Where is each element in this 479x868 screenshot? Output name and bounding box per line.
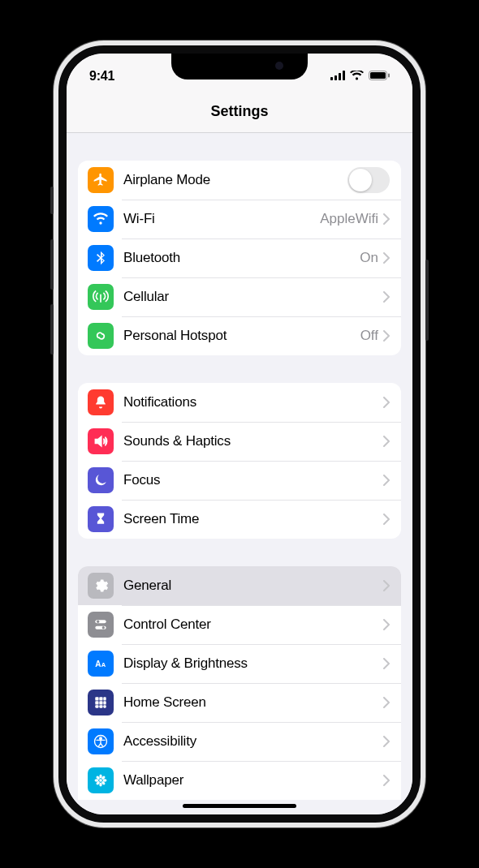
svg-rect-20 bbox=[99, 705, 102, 707]
home-screen-row[interactable]: Home Screen bbox=[78, 683, 401, 722]
row-label: Wi-Fi bbox=[123, 211, 320, 227]
row-label: Bluetooth bbox=[123, 250, 360, 266]
cellular-signal-icon bbox=[330, 69, 345, 84]
chevron-right-icon bbox=[383, 775, 390, 786]
notifications-row[interactable]: Notifications bbox=[78, 383, 401, 422]
home-indicator[interactable] bbox=[183, 804, 296, 808]
chevron-right-icon bbox=[383, 619, 390, 630]
chevron-right-icon bbox=[383, 330, 390, 342]
svg-rect-1 bbox=[334, 75, 337, 80]
system-group: General Control Center AA Display & Brig… bbox=[78, 566, 401, 800]
row-label: Wallpaper bbox=[123, 772, 383, 789]
aa-icon: AA bbox=[88, 651, 114, 677]
svg-point-28 bbox=[103, 779, 107, 781]
gear-icon bbox=[88, 573, 114, 599]
row-detail: AppleWifi bbox=[320, 211, 378, 227]
chevron-right-icon bbox=[383, 436, 390, 447]
control-center-row[interactable]: Control Center bbox=[78, 605, 401, 644]
general-row[interactable]: General bbox=[78, 566, 401, 605]
chevron-right-icon bbox=[383, 658, 390, 669]
row-label: Sounds & Haptics bbox=[123, 433, 383, 449]
row-label: Focus bbox=[123, 472, 383, 488]
status-time: 9:41 bbox=[89, 69, 114, 84]
svg-point-25 bbox=[99, 775, 101, 779]
chevron-right-icon bbox=[383, 291, 390, 303]
svg-point-8 bbox=[97, 621, 99, 623]
bluetooth-row[interactable]: Bluetooth On bbox=[78, 238, 401, 277]
focus-row[interactable]: Focus bbox=[78, 461, 401, 500]
svg-rect-16 bbox=[95, 701, 98, 704]
row-label: Control Center bbox=[123, 617, 383, 633]
bluetooth-icon bbox=[88, 245, 114, 271]
grid-icon bbox=[88, 690, 114, 715]
svg-rect-2 bbox=[339, 73, 341, 80]
svg-point-23 bbox=[100, 737, 102, 740]
person-icon bbox=[88, 728, 114, 754]
power-button[interactable] bbox=[425, 260, 429, 341]
chevron-right-icon bbox=[383, 397, 390, 408]
hotspot-row[interactable]: Personal Hotspot Off bbox=[78, 316, 401, 355]
screentime-row[interactable]: Screen Time bbox=[78, 500, 401, 539]
svg-text:A: A bbox=[95, 660, 101, 668]
svg-text:A: A bbox=[101, 661, 106, 668]
wifi-row[interactable]: Wi-Fi AppleWifi bbox=[78, 200, 401, 238]
volume-up-button[interactable] bbox=[50, 239, 54, 290]
row-label: Home Screen bbox=[123, 694, 383, 711]
chevron-right-icon bbox=[383, 697, 390, 708]
row-label: Cellular bbox=[123, 289, 383, 305]
svg-rect-17 bbox=[99, 701, 102, 704]
antenna-icon bbox=[88, 284, 114, 310]
svg-rect-13 bbox=[95, 697, 98, 700]
wallpaper-row[interactable]: Wallpaper bbox=[78, 761, 401, 800]
accessibility-row[interactable]: Accessibility bbox=[78, 722, 401, 761]
svg-rect-18 bbox=[103, 701, 106, 704]
hourglass-icon bbox=[88, 506, 114, 532]
page-title: Settings bbox=[67, 91, 412, 133]
row-detail: Off bbox=[360, 328, 378, 344]
chevron-right-icon bbox=[383, 252, 390, 264]
airplane-toggle[interactable] bbox=[347, 167, 390, 193]
svg-rect-19 bbox=[95, 705, 98, 707]
row-label: Accessibility bbox=[123, 733, 383, 750]
mute-switch[interactable] bbox=[50, 187, 54, 214]
svg-rect-3 bbox=[343, 71, 345, 80]
row-label: Personal Hotspot bbox=[123, 328, 360, 344]
cellular-row[interactable]: Cellular bbox=[78, 277, 401, 316]
display-row[interactable]: AA Display & Brightness bbox=[78, 644, 401, 683]
notch bbox=[171, 54, 308, 79]
svg-rect-6 bbox=[388, 74, 390, 78]
row-label: Display & Brightness bbox=[123, 655, 383, 672]
bell-icon bbox=[88, 389, 114, 415]
svg-point-27 bbox=[95, 779, 99, 781]
airplane-mode-row[interactable]: Airplane Mode bbox=[78, 161, 401, 200]
battery-icon bbox=[369, 69, 390, 84]
svg-rect-21 bbox=[103, 705, 106, 707]
wifi-status-icon bbox=[350, 69, 364, 84]
connectivity-group: Airplane Mode Wi-Fi AppleWifi Bluetooth … bbox=[78, 161, 401, 355]
volume-down-button[interactable] bbox=[50, 304, 54, 355]
attention-group: Notifications Sounds & Haptics Focus Scr… bbox=[78, 383, 401, 539]
link-icon bbox=[88, 323, 114, 349]
sounds-row[interactable]: Sounds & Haptics bbox=[78, 422, 401, 461]
speaker-icon bbox=[88, 428, 114, 454]
chevron-right-icon bbox=[383, 580, 390, 591]
row-label: Screen Time bbox=[123, 511, 383, 527]
svg-point-24 bbox=[99, 779, 102, 782]
flower-icon bbox=[88, 767, 114, 793]
moon-icon bbox=[88, 467, 114, 493]
screen: 9:41 Settings Airplane Mode bbox=[58, 45, 421, 823]
row-label: General bbox=[123, 578, 383, 594]
device-frame: 9:41 Settings Airplane Mode bbox=[54, 41, 425, 827]
svg-rect-14 bbox=[99, 697, 102, 700]
settings-list[interactable]: Airplane Mode Wi-Fi AppleWifi Bluetooth … bbox=[67, 133, 412, 814]
row-label: Airplane Mode bbox=[123, 172, 347, 188]
svg-point-26 bbox=[99, 783, 101, 787]
svg-rect-0 bbox=[330, 77, 333, 80]
svg-rect-5 bbox=[370, 72, 386, 79]
chevron-right-icon bbox=[383, 213, 390, 225]
chevron-right-icon bbox=[383, 736, 390, 747]
row-detail: On bbox=[360, 250, 378, 266]
chevron-right-icon bbox=[383, 513, 390, 525]
svg-point-10 bbox=[102, 626, 105, 629]
wifi-icon bbox=[88, 206, 114, 232]
